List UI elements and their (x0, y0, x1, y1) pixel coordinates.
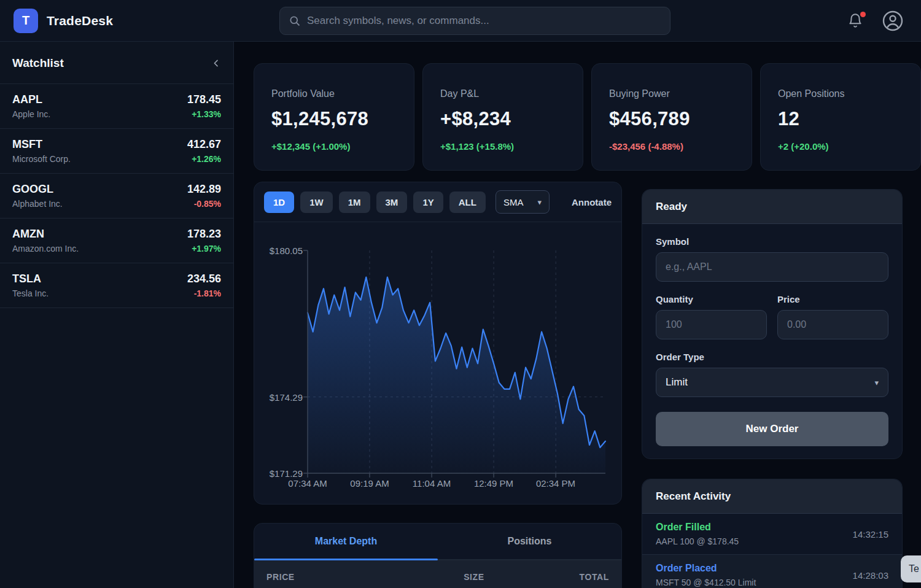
stat-change: +2 (+20.0%) (778, 141, 903, 152)
chart-canvas (308, 250, 605, 473)
tab-market-depth[interactable]: Market Depth (254, 524, 438, 559)
search-icon (289, 15, 301, 27)
x-axis-tick-label: 07:34 AM (288, 478, 327, 489)
watchlist-row-amzn[interactable]: AMZN Amazon.com Inc. 178.23 +1.97% (0, 219, 233, 263)
ticker-change: +1.33% (187, 109, 221, 119)
recent-activity-title: Recent Activity (656, 490, 731, 503)
stat-card-buying-power: Buying Power $456,789 -$23,456 (-4.88%) (591, 63, 752, 171)
x-axis-tick-label: 02:34 PM (536, 478, 575, 489)
stat-value: +$8,234 (440, 108, 565, 130)
stat-change: +$1,123 (+15.8%) (440, 141, 565, 152)
column-header-total: TOTAL (499, 572, 621, 582)
stat-value: 12 (778, 108, 903, 130)
timeframe-1y-button[interactable]: 1Y (413, 191, 443, 213)
watchlist-row-tsla[interactable]: TSLA Tesla Inc. 234.56 -1.81% (0, 263, 233, 308)
activity-row-order-placed: Order Placed MSFT 50 @ $412.50 Limit 14:… (642, 555, 902, 588)
toast-notification: Te (901, 555, 921, 582)
ticker-symbol: TSLA (12, 273, 49, 285)
watchlist-row-aapl[interactable]: AAPL Apple Inc. 178.45 +1.33% (0, 84, 233, 129)
stat-change: -$23,456 (-4.88%) (609, 141, 734, 152)
watchlist-header: Watchlist (0, 42, 233, 84)
collapse-sidebar-button[interactable] (211, 58, 221, 68)
company-name: Alphabet Inc. (12, 199, 63, 209)
brand: T TradeDesk (0, 9, 113, 33)
activity-detail: AAPL 100 @ $178.45 (656, 536, 739, 546)
indicator-select[interactable]: SMA ▾ (495, 190, 550, 214)
chevron-left-icon (211, 58, 221, 68)
company-name: Tesla Inc. (12, 288, 49, 298)
timeframe-all-button[interactable]: ALL (449, 191, 486, 213)
active-tab-indicator (254, 559, 438, 560)
stat-value: $456,789 (609, 108, 734, 130)
order-type-selected-value: Limit (666, 376, 688, 389)
watchlist-sidebar: Watchlist AAPL Apple Inc. 178.45 +1.33% … (0, 42, 234, 588)
ticker-change: -0.85% (187, 199, 221, 209)
timeframe-1d-button[interactable]: 1D (264, 191, 294, 213)
y-axis-tick-label: $174.29 (254, 392, 303, 403)
x-axis-tick-label: 09:19 AM (350, 478, 389, 489)
recent-activity-header: Recent Activity (642, 479, 902, 514)
search-input[interactable] (307, 15, 661, 27)
price-chart-panel: 1D 1W 1M 3M 1Y ALL SMA ▾ Annotate $180.0 (254, 182, 622, 505)
app-name: TradeDesk (47, 14, 113, 28)
company-name: Microsoft Corp. (12, 154, 71, 164)
logo-letter: T (22, 14, 29, 28)
user-menu-button[interactable] (882, 10, 904, 32)
ticker-symbol: MSFT (12, 138, 71, 151)
ticker-price: 142.89 (187, 183, 221, 196)
stat-card-portfolio-value: Portfolio Value $1,245,678 +$12,345 (+1.… (254, 63, 414, 171)
x-axis-tick-label: 11:04 AM (413, 478, 451, 489)
ticker-price: 178.23 (187, 228, 221, 241)
order-type-label: Order Type (656, 352, 888, 362)
company-name: Apple Inc. (12, 109, 50, 119)
activity-detail: MSFT 50 @ $412.50 Limit (656, 578, 756, 587)
order-status-text: Ready (656, 201, 687, 213)
price-chart: $180.05 $174.29 $171.29 07:34 AM 09:19 A… (254, 222, 621, 505)
watchlist-row-msft[interactable]: MSFT Microsoft Corp. 412.67 +1.26% (0, 129, 233, 174)
stat-label: Day P&L (440, 88, 565, 99)
global-search[interactable] (279, 7, 670, 35)
activity-time: 14:28:03 (853, 570, 888, 581)
quantity-label: Quantity (656, 294, 767, 304)
chevron-down-icon: ▾ (874, 378, 879, 387)
timeframe-3m-button[interactable]: 3M (376, 191, 408, 213)
symbol-input[interactable] (656, 252, 888, 282)
topbar: T TradeDesk (0, 0, 921, 42)
stat-label: Portfolio Value (271, 88, 397, 99)
chart-toolbar: 1D 1W 1M 3M 1Y ALL SMA ▾ Annotate (254, 182, 621, 222)
activity-status: Order Placed (656, 563, 756, 574)
quantity-input[interactable] (656, 310, 767, 339)
stat-change: +$12,345 (+1.00%) (271, 141, 397, 152)
toast-text: Te (909, 563, 919, 574)
annotate-button[interactable]: Annotate (572, 197, 612, 207)
ticker-price: 412.67 (187, 138, 221, 151)
main-content: Portfolio Value $1,245,678 +$12,345 (+1.… (234, 42, 921, 588)
timeframe-1w-button[interactable]: 1W (300, 191, 333, 213)
recent-activity-panel: Recent Activity Order Filled AAPL 100 @ … (642, 479, 903, 588)
timeframe-1m-button[interactable]: 1M (339, 191, 370, 213)
order-type-select[interactable]: Limit ▾ (656, 368, 888, 397)
app-logo: T (14, 9, 38, 33)
tab-positions[interactable]: Positions (438, 524, 621, 559)
order-ticket-panel: Ready Symbol Quantity Price (642, 189, 903, 459)
stat-label: Open Positions (778, 88, 903, 99)
ticker-symbol: GOOGL (12, 183, 63, 196)
watchlist-row-googl[interactable]: GOOGL Alphabet Inc. 142.89 -0.85% (0, 174, 233, 219)
order-status-header: Ready (642, 190, 902, 224)
activity-time: 14:32:15 (853, 529, 888, 540)
ticker-change: -1.81% (187, 288, 221, 298)
new-order-button[interactable]: New Order (656, 412, 888, 446)
market-depth-panel: Market Depth Positions PRICE SIZE TOTAL (254, 523, 622, 588)
topbar-actions (847, 0, 904, 42)
user-avatar-icon (882, 10, 904, 32)
x-axis-tick-label: 12:49 PM (474, 478, 513, 489)
column-header-size: SIZE (376, 572, 499, 582)
depth-tabs: Market Depth Positions (254, 524, 621, 560)
price-label: Price (777, 294, 888, 304)
activity-row-order-filled: Order Filled AAPL 100 @ $178.45 14:32:15 (642, 514, 902, 555)
stats-row: Portfolio Value $1,245,678 +$12,345 (+1.… (254, 63, 921, 171)
notifications-button[interactable] (847, 13, 863, 29)
stat-card-day-pnl: Day P&L +$8,234 +$1,123 (+15.8%) (422, 63, 583, 171)
price-input[interactable] (777, 310, 888, 339)
watchlist-title: Watchlist (12, 56, 64, 70)
